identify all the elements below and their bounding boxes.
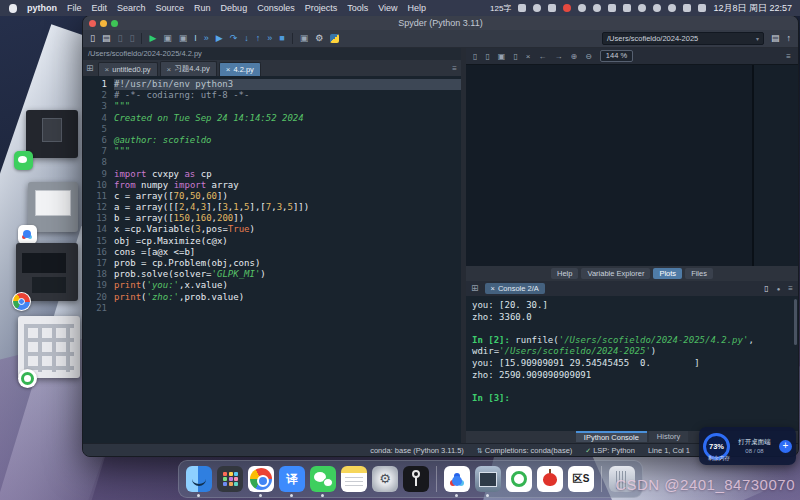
minimized-window-thumbnail[interactable]	[18, 316, 80, 378]
save-all-plots-icon[interactable]: ▯	[485, 52, 489, 61]
apple-logo-icon[interactable]	[9, 4, 17, 13]
menu-item-view[interactable]: View	[378, 3, 397, 13]
dock-item-translate[interactable]: 译	[279, 466, 305, 492]
run-selection-icon[interactable]: I	[194, 30, 197, 47]
browse-console-tabs-icon[interactable]: ⊞	[471, 281, 479, 296]
editor-tab-4.2.py[interactable]: ×4.2.py	[219, 62, 261, 76]
minimized-window-thumbnail[interactable]	[28, 182, 78, 232]
editor-options-menu-icon[interactable]: ≡	[452, 64, 457, 73]
emoji-grid-icon[interactable]	[518, 4, 526, 12]
bottom-tab-history[interactable]: History	[649, 431, 688, 442]
pane-tab-files[interactable]: Files	[685, 268, 713, 279]
mic-icon[interactable]	[533, 4, 541, 12]
wifi-icon[interactable]	[653, 4, 661, 12]
console-tab[interactable]: × Console 2/A	[485, 283, 545, 294]
menu-item-help[interactable]: Help	[408, 3, 427, 13]
dock-item-ks-app[interactable]: 区S	[568, 466, 594, 492]
previous-plot-icon[interactable]: ←	[538, 52, 546, 61]
console-output[interactable]: you: [20. 30.]zho: 3360.0 In [2]: runfil…	[466, 296, 798, 431]
working-directory-combobox[interactable]: /Users/scofieldo/2024-2025 ▾	[602, 32, 764, 45]
close-tab-icon[interactable]: ×	[105, 65, 110, 74]
dock-item-system-settings[interactable]: ⚙	[372, 466, 398, 492]
camera-icon[interactable]	[548, 4, 556, 12]
copy-plot-icon[interactable]: ▣	[498, 52, 506, 61]
open-desktop-link[interactable]: 打开桌面端	[738, 438, 771, 447]
dock-item-wechat[interactable]	[310, 466, 336, 492]
step-into-icon[interactable]: ↓	[244, 30, 249, 47]
shapes-icon[interactable]	[578, 4, 586, 12]
run-cell-icon[interactable]: ▣	[163, 30, 172, 47]
plus-button[interactable]: +	[779, 440, 792, 453]
dock-item-keychain[interactable]	[403, 466, 429, 492]
menu-item-consoles[interactable]: Consoles	[257, 3, 295, 13]
input-method-indicator[interactable]: 125字	[490, 3, 511, 14]
bluetooth-icon[interactable]	[638, 4, 646, 12]
plot-canvas[interactable]	[466, 65, 752, 266]
minimized-window-thumbnail[interactable]	[26, 110, 78, 158]
browse-working-directory-icon[interactable]: ▤	[771, 30, 780, 47]
close-tab-icon[interactable]: ×	[226, 65, 231, 74]
open-file-icon[interactable]: ▤	[102, 30, 111, 47]
editor-tab-untitled0.py[interactable]: ×untitled0.py	[98, 62, 158, 76]
dock-item-red-apple-app[interactable]	[537, 466, 563, 492]
save-plot-icon[interactable]: ▯	[473, 52, 477, 61]
step-over-icon[interactable]: ↷	[230, 30, 238, 47]
maximize-pane-icon[interactable]: ▣	[300, 30, 309, 47]
close-tab-icon[interactable]: ×	[167, 65, 172, 74]
dock-item-chrome[interactable]	[248, 466, 274, 492]
console-scrollbar[interactable]	[794, 299, 797, 345]
bottom-tab-ipython-console[interactable]: IPython Console	[576, 431, 647, 442]
save-icon[interactable]: ▯	[117, 30, 122, 47]
record-icon[interactable]	[563, 4, 571, 12]
minimized-window-thumbnail[interactable]	[16, 243, 78, 301]
zoom-out-icon[interactable]: ⊖	[585, 52, 592, 61]
title-bar[interactable]: Spyder (Python 3.11)	[83, 16, 798, 30]
plots-options-menu-icon[interactable]: ≡	[786, 52, 791, 61]
continue-icon[interactable]: »	[267, 30, 272, 47]
plot-thumbnails-strip[interactable]	[754, 65, 798, 266]
menu-item-source[interactable]: Source	[156, 3, 185, 13]
python-logo-icon[interactable]	[330, 34, 339, 43]
menu-item-projects[interactable]: Projects	[305, 3, 338, 13]
control-center-icon[interactable]	[698, 4, 706, 12]
run-file-icon[interactable]: ▶	[149, 30, 156, 47]
menu-item-search[interactable]: Search	[117, 3, 146, 13]
split-view-icon[interactable]	[608, 4, 616, 12]
dock-item-cloud-drive[interactable]	[444, 466, 470, 492]
browse-tabs-icon[interactable]: ⊞	[86, 61, 94, 76]
interrupt-kernel-icon[interactable]: ●	[777, 286, 781, 292]
rerun-cell-icon[interactable]: »	[204, 30, 209, 47]
editor-tab-习题4.4.py[interactable]: ×习题4.4.py	[160, 61, 217, 76]
debug-file-icon[interactable]: ▶	[216, 30, 223, 47]
new-file-icon[interactable]: ▯	[90, 30, 95, 47]
cloud-icon[interactable]	[593, 4, 601, 12]
close-console-icon[interactable]: ×	[491, 284, 495, 293]
code-area[interactable]: 1#!/usr/bin/env python32# -*- codiarng: …	[83, 76, 461, 443]
pane-tab-help[interactable]: Help	[551, 268, 578, 279]
step-return-icon[interactable]: ↑	[256, 30, 261, 47]
display-icon[interactable]	[683, 4, 691, 12]
plot-zoom-level[interactable]: 144 %	[600, 50, 633, 62]
menu-item-file[interactable]: File	[67, 3, 82, 13]
next-plot-icon[interactable]: →	[554, 52, 562, 61]
dock-item-green-ring-app[interactable]	[506, 466, 532, 492]
pane-tab-plots[interactable]: Plots	[653, 268, 682, 279]
menu-app-name[interactable]: python	[27, 3, 57, 13]
preferences-icon[interactable]: ⚙	[315, 30, 323, 47]
menu-item-debug[interactable]: Debug	[221, 3, 248, 13]
save-all-icon[interactable]: ▯	[129, 30, 134, 47]
search-icon[interactable]	[668, 4, 676, 12]
remove-plot-icon[interactable]: ▯	[513, 52, 517, 61]
new-console-icon[interactable]: ▯	[764, 284, 768, 293]
memory-overlay-widget[interactable]: 73% 剩余内存 打开桌面端 08 / 08 +	[699, 427, 796, 465]
run-cell-advance-icon[interactable]: ▣	[179, 30, 188, 47]
console-options-menu-icon[interactable]: ≡	[788, 284, 793, 293]
zoom-in-icon[interactable]: ⊕	[570, 52, 577, 61]
parent-directory-icon[interactable]: ↑	[787, 30, 792, 47]
menu-item-edit[interactable]: Edit	[92, 3, 108, 13]
remove-all-plots-icon[interactable]: ×	[526, 52, 531, 61]
menu-item-tools[interactable]: Tools	[347, 3, 368, 13]
menu-clock[interactable]: 12月8日 周日 22:57	[713, 2, 792, 15]
dock-item-launchpad[interactable]	[217, 466, 243, 492]
dock-item-finder[interactable]	[186, 466, 212, 492]
